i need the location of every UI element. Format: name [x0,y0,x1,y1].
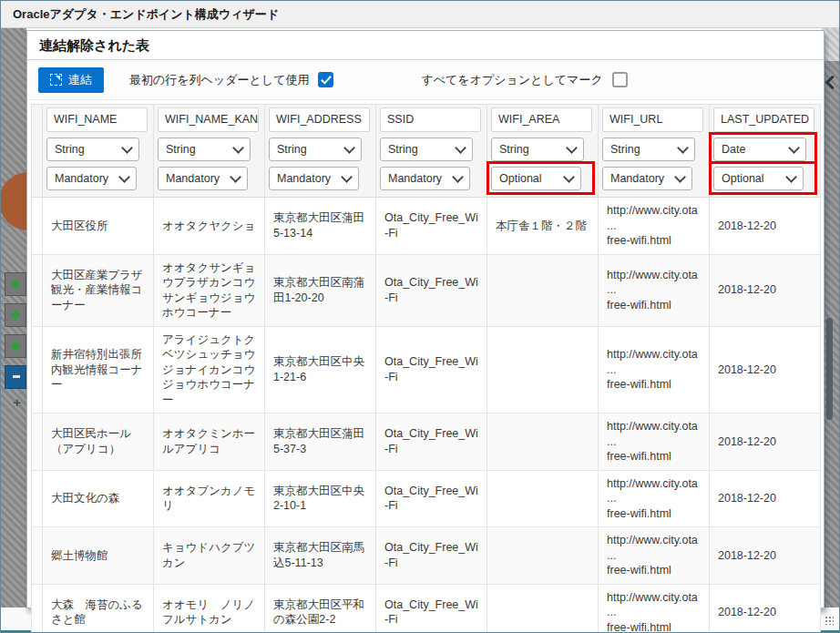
column-type-select[interactable]: String [46,138,139,161]
chevron-down-icon [455,142,466,154]
column-name-input[interactable]: SSID [380,107,481,132]
column-requirement-select[interactable]: Mandatory [602,167,692,190]
chevron-down-icon [563,171,575,183]
column-header-cell: WIFI_NAME [43,105,154,135]
column-requirement-select[interactable]: Mandatory [269,167,359,190]
table-cell: http://www.city.ota... free-wifi.html [599,255,710,326]
chevron-down-icon [677,142,689,154]
chevron-down-icon [118,171,130,183]
table-cell: Ota_City_Free_Wi-Fi [376,471,487,527]
row-handle-cell [32,527,43,584]
table-cell: http://www.city.ota... free-wifi.html [599,413,710,470]
adapter-circle-icon [1,172,26,230]
table-cell: 大田区産業プラザ観光・産業情報コーナー [43,255,154,326]
row-handle-cell [32,198,43,254]
column-header-cell: WIFI_URL [599,105,710,135]
table-cell: 東京都大田区平和の森公園2-2 [265,585,376,633]
column-requirement-cell: Mandatory [265,164,376,197]
chevron-down-icon [343,142,355,154]
column-type-select[interactable]: String [158,138,251,161]
connector-icon [5,334,26,358]
first-row-header-checkbox[interactable] [318,72,333,87]
column-type-row: StringStringStringStringStringStringDate [32,135,821,164]
table-cell: http://www.city.ota... free-wifi.html [599,327,710,413]
link-selection-icon [50,74,62,86]
resize-grip-icon[interactable] [825,616,834,625]
table-cell [487,255,599,326]
column-type-select[interactable]: Date [713,138,806,161]
table-cell [487,585,599,633]
table-row: 郷土博物館キョウドハクブツカン東京都大田区南馬込5-11-13Ota_City_… [32,527,821,585]
column-type-cell: Date [710,135,821,164]
table-cell: http://www.city.ota... free-wifi.html [599,471,710,527]
column-name-input[interactable]: WIFI_NAME [46,107,148,132]
column-requirement-select[interactable]: Mandatory [380,167,470,190]
column-header-cell: WIFI_AREA [487,105,599,135]
table-cell: 大田文化の森 [43,471,154,527]
selected-step-icon [5,365,26,389]
column-type-select[interactable]: String [602,138,695,161]
table-cell: 東京都大田区蒲田5-13-14 [265,198,376,254]
table-cell: 2018-12-20 [710,327,821,413]
table-cell [487,527,599,584]
table-cell: Ota_City_Free_Wi-Fi [376,527,487,584]
table-cell: 東京都大田区中央2-10-1 [265,471,376,527]
connector-icon [5,272,26,296]
table-cell: オオタブンカノモリ [154,471,265,527]
table-cell: http://www.city.ota... free-wifi.html [599,585,710,633]
wizard-window: Oracleアダプタ・エンドポイント構成ウィザード + 連結解除された表 連結 … [0,0,840,633]
table-cell: アライジュクトクベツシュッチョウジョナイカンコウジョウホウコーナー [154,327,265,413]
table-cell: 2018-12-20 [710,413,821,470]
column-type-select[interactable]: String [269,138,362,161]
table-cell: 2018-12-20 [710,198,821,254]
mark-all-optional-checkbox[interactable] [612,72,628,87]
collapse-panel-icon[interactable] [825,76,840,90]
column-header-cell: WIFI_ADDRESS [265,105,376,135]
table-cell: 東京都大田区南蒲田1-20-20 [265,255,376,326]
chevron-down-icon [341,171,353,183]
row-handle-cell [32,585,43,633]
table-cell: オオタクサンギョウプラザカンコウサンギョウジョウホウコーナー [154,255,265,326]
dialog-title: 連結解除された表 [27,31,824,60]
table-cell: 大森 海苔のふるさと館 [43,585,154,633]
panel-scrollbar[interactable] [826,318,833,420]
chevron-down-icon [230,171,241,183]
column-requirement-select[interactable]: Optional [491,167,581,190]
chevron-down-icon [452,171,464,183]
table-cell [487,413,599,470]
table-grid: WIFI_NAMEWIFI_NAME_KANAWIFI_ADDRESSSSIDW… [31,104,821,633]
chevron-down-icon [674,171,686,183]
row-handle-cell [32,471,43,527]
table-cell [487,471,599,527]
column-name-input[interactable]: WIFI_AREA [491,107,592,132]
table-cell: Ota_City_Free_Wi-Fi [376,585,487,633]
column-requirement-select[interactable]: Optional [713,167,804,190]
table-row: 大田区民ホール（アプリコ）オオタクミンホールアプリコ東京都大田区蒲田5-37-3… [32,413,821,471]
link-button[interactable]: 連結 [38,67,104,93]
table-cell: 東京都大田区南馬込5-11-13 [265,527,376,584]
column-name-input[interactable]: WIFI_URL [602,107,703,132]
table-cell: 東京都大田区中央1-21-6 [265,327,376,413]
column-type-select[interactable]: String [380,138,473,161]
plus-icon: + [13,394,21,410]
chevron-down-icon [566,142,578,154]
chevron-down-icon [121,142,133,154]
chevron-down-icon [788,142,800,154]
table-cell: 新井宿特別出張所内観光情報コーナー [43,327,154,413]
row-handle-column [32,105,43,135]
column-name-input[interactable]: WIFI_NAME_KANA [158,107,259,132]
table-cell: 大田区民ホール（アプリコ） [43,413,154,470]
column-requirement-cell: Optional [487,164,599,197]
column-name-input[interactable]: LAST_UPDATED [713,107,814,132]
column-type-select[interactable]: String [491,138,584,161]
table-cell: オオタクヤクショ [154,198,265,254]
column-requirement-select[interactable]: Mandatory [158,167,248,190]
table-cell: キョウドハクブツカン [154,527,265,584]
table-cell [487,327,599,413]
table-cell: 2018-12-20 [710,585,821,633]
column-requirement-select[interactable]: Mandatory [46,167,137,190]
table-cell: 2018-12-20 [710,255,821,326]
column-name-input[interactable]: WIFI_ADDRESS [269,107,370,132]
column-type-cell: String [599,135,710,164]
table-cell: http://www.city.ota... free-wifi.html [599,527,710,584]
